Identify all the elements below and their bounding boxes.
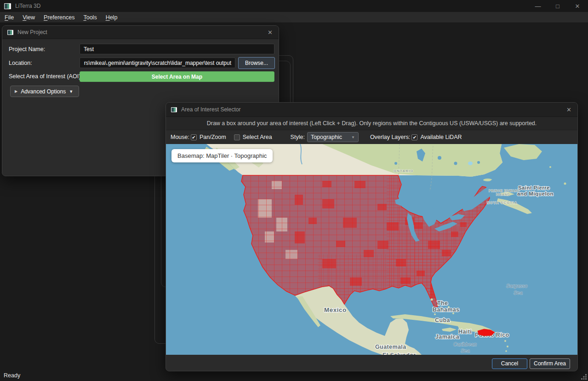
map-label-caribbean-sea-2: Sea: [461, 348, 470, 353]
window-titlebar: LiTerra 3D — □ ✕: [0, 0, 588, 12]
mouse-label: Mouse:: [171, 134, 189, 140]
bright-lake: [468, 162, 473, 165]
menu-file[interactable]: File: [5, 14, 14, 21]
aoi-footer: Cancel Confirm Area: [166, 355, 577, 372]
close-icon[interactable]: ✕: [268, 29, 273, 36]
map-label-prince-edward: PRINCE EDWARD: [489, 189, 520, 192]
map-label-haiti: Haiti: [458, 329, 472, 335]
available-lidar-checkbox[interactable]: ✔: [411, 134, 417, 140]
status-text: Ready: [4, 372, 20, 379]
small-island: [549, 166, 551, 168]
advanced-options-label: Advanced Options: [21, 88, 66, 95]
style-dropdown-value: Topographic: [311, 134, 342, 140]
minimize-icon[interactable]: —: [535, 3, 541, 10]
pan-zoom-label: Pan/Zoom: [200, 134, 226, 140]
close-icon[interactable]: ✕: [574, 3, 581, 10]
aoi-titlebar[interactable]: Area of Interest Selector ✕: [166, 103, 577, 117]
menu-tools[interactable]: Tools: [83, 14, 97, 21]
map-svg[interactable]: ONTARIO PRINCE EDWARD ISLAND NOVA SCOTIA…: [166, 144, 577, 355]
style-label: Style:: [291, 134, 305, 140]
aoi-instruction: Draw a box around your area of interest …: [166, 117, 577, 130]
aoi-title: Area of Interest Selector: [181, 106, 240, 113]
menu-bar: File View Preferences Tools Help: [0, 12, 588, 23]
map-label-jamaica: Jamaica: [435, 334, 460, 340]
map-label-cuba: Cuba: [435, 317, 450, 323]
map-label-guatemala: Guatemala: [375, 344, 406, 350]
map-label-mexico: Mexico: [324, 306, 347, 313]
miquelon-island: [564, 183, 566, 185]
menu-help[interactable]: Help: [106, 14, 118, 21]
maximize-icon[interactable]: □: [554, 3, 561, 10]
chevron-down-icon: ▼: [351, 135, 355, 139]
select-area-on-map-button[interactable]: Select Area on Map: [80, 71, 274, 82]
overlay-layers-label: Overlay Layers:: [370, 134, 411, 140]
select-area-checkbox[interactable]: [234, 134, 240, 140]
map-label-bahamas-2: Bahamas: [433, 306, 459, 313]
style-dropdown[interactable]: Topographic ▼: [307, 132, 359, 142]
advanced-options-button[interactable]: ▶ Advanced Options ▼: [10, 86, 79, 97]
aoi-toolbar: Mouse: ✔ Pan/Zoom Select Area Style: Top…: [166, 130, 577, 144]
map-label-saint-pierre-2: and Miquelon: [517, 191, 554, 196]
confirm-area-button[interactable]: Confirm Area: [530, 358, 570, 369]
map-label-prince-edward-2: ISLAND: [496, 193, 510, 196]
map-label-ontario: ONTARIO: [394, 169, 414, 173]
basemap-attribution: Basemap: MapTiler · Topographic: [171, 149, 273, 162]
location-input[interactable]: rs\mikea\.gemini\antigravity\scratch\lid…: [80, 58, 235, 68]
map-label-caribbean-sea: Caribbean: [453, 341, 477, 347]
dialog-icon: [171, 107, 177, 112]
map-label-el-salvador: El Salvador: [382, 352, 416, 355]
window-controls: — □ ✕: [535, 3, 588, 10]
map-label-sargasso-sea: Sargasso: [506, 283, 527, 289]
aoi-label: Select Area of Interest (AOI):: [9, 73, 82, 80]
cancel-button[interactable]: Cancel: [492, 358, 527, 369]
collapse-arrow-icon: ▼: [69, 89, 73, 94]
resize-grip[interactable]: [580, 373, 587, 380]
map-label-nova-scotia: NOVA SCOTIA: [487, 201, 518, 205]
map-canvas[interactable]: ONTARIO PRINCE EDWARD ISLAND NOVA SCOTIA…: [166, 144, 577, 355]
new-project-titlebar[interactable]: New Project ✕: [2, 26, 279, 39]
app-icon: [4, 3, 11, 9]
map-label-saint-pierre: Saint Pierre: [518, 185, 550, 190]
project-name-label: Project Name:: [9, 46, 45, 52]
project-name-input[interactable]: Test: [80, 44, 274, 54]
browse-button[interactable]: Browse...: [238, 57, 275, 69]
expander-arrow-icon: ▶: [15, 89, 17, 93]
menu-preferences[interactable]: Preferences: [44, 14, 74, 21]
location-label: Location:: [9, 60, 32, 66]
dialog-icon: [7, 30, 13, 35]
map-label-bahamas: The: [437, 300, 448, 306]
st-lawrence-estuary: [489, 178, 509, 188]
pan-zoom-checkbox[interactable]: ✔: [191, 134, 197, 140]
menu-view[interactable]: View: [23, 14, 35, 21]
select-area-label: Select Area: [243, 134, 272, 140]
close-icon[interactable]: ✕: [566, 106, 571, 113]
map-label-sargasso-sea-2: Sea: [514, 290, 523, 295]
available-lidar-label: Available LiDAR: [420, 134, 462, 140]
new-project-title: New Project: [17, 29, 47, 35]
aoi-selector-dialog: Area of Interest Selector ✕ Draw a box a…: [166, 102, 578, 371]
window-title: LiTerra 3D: [15, 3, 40, 9]
